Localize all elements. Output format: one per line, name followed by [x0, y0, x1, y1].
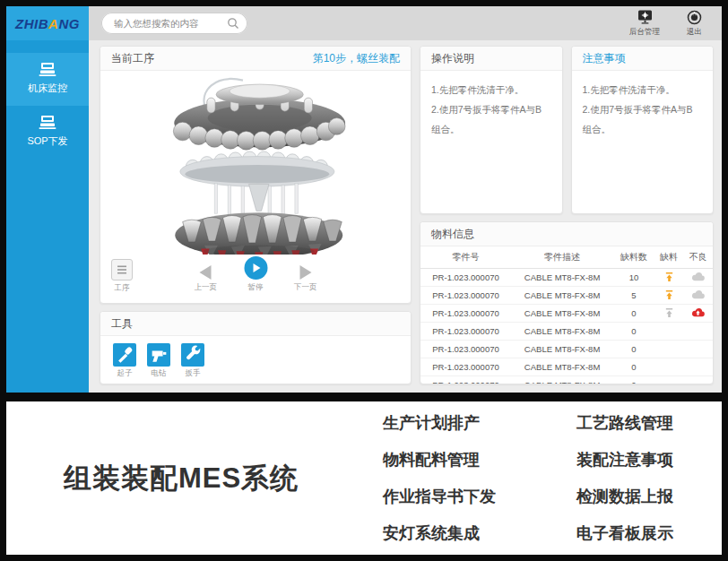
feature-item: 工艺路线管理 [576, 412, 673, 434]
feature-item: 物料配料管理 [383, 449, 496, 470]
table-row[interactable]: PR-1.023.000070 CABLE MT8-FX-8M 10 [420, 269, 713, 287]
process-list-button[interactable]: 工序 [111, 259, 133, 294]
current-process-header: 当前工序 第10步，螺丝装配 [100, 47, 411, 71]
materials-title: 物料信息 [431, 227, 474, 242]
logout-label: 退出 [687, 27, 702, 38]
marketing-section: 组装装配MES系统 生产计划排产 工艺路线管理 物料配料管理 装配注意事项 作业… [6, 401, 722, 555]
next-page-button[interactable]: 下一页 [294, 258, 317, 293]
search-icon[interactable] [227, 17, 239, 30]
prev-icon [200, 265, 212, 280]
defect-upload-icon[interactable] [691, 272, 705, 281]
process-controls: 工序 上一页 暂停 [100, 255, 411, 303]
operation-instructions-title: 操作说明 [431, 51, 474, 66]
col-part-desc: 零件描述 [511, 246, 613, 269]
process-step-link[interactable]: 第10步，螺丝装配 [313, 51, 400, 66]
materials-tbody: PR-1.023.000070 CABLE MT8-FX-8M 10 PR-1.… [420, 269, 713, 385]
materials-header: 物料信息 [420, 222, 713, 246]
sidebar: ZHIBANG 机床监控 SOP下发 [6, 6, 89, 393]
sop-machine-icon [38, 115, 57, 130]
cell-part-no: PR-1.023.000070 [420, 358, 511, 376]
logo-text-2: NG [58, 16, 80, 31]
tool-label: 扳手 [186, 368, 201, 379]
feature-item: 生产计划排产 [383, 412, 496, 434]
sidebar-item-sop-dispatch[interactable]: SOP下发 [6, 106, 89, 159]
next-icon [299, 265, 311, 280]
search-input[interactable] [112, 17, 227, 30]
table-row[interactable]: PR-1.023.000070 CABLE MT8-FX-8M 0 [420, 376, 713, 385]
play-icon [244, 256, 267, 280]
col-shortage: 缺料 [654, 246, 684, 269]
cell-part-no: PR-1.023.000070 [420, 323, 511, 341]
screenshot-frame: ZHIBANG 机床监控 SOP下发 [0, 0, 728, 561]
cell-part-no: PR-1.023.000070 [420, 269, 511, 287]
screwdriver-icon [115, 345, 134, 365]
instruction-line: 2.使用7号扳手将零件A与B组合。 [431, 99, 551, 139]
cell-shortage-count: 0 [613, 376, 654, 385]
list-icon [117, 264, 127, 275]
sidebar-item-machine-monitor[interactable]: 机床监控 [6, 53, 89, 106]
notes-title: 注意事项 [583, 51, 626, 66]
notes-body: 1.先把零件洗清干净。 2.使用7号扳手将零件A与B组合。 [572, 71, 714, 148]
operation-instructions-panel: 操作说明 1.先把零件洗清干净。 2.使用7号扳手将零件A与B组合。 [420, 46, 563, 214]
tools-title: 工具 [111, 316, 133, 332]
app-window: ZHIBANG 机床监控 SOP下发 [6, 6, 722, 393]
table-row[interactable]: PR-1.023.000070 CABLE MT8-FX-8M 0 [420, 358, 713, 376]
note-line: 1.先把零件洗清干净。 [583, 80, 703, 99]
defect-upload-icon[interactable] [691, 307, 705, 317]
drill-icon [149, 345, 169, 365]
tools-panel: 工具 起子 [100, 311, 412, 384]
power-icon [687, 10, 702, 25]
table-row[interactable]: PR-1.023.000070 CABLE MT8-FX-8M 0 [420, 341, 713, 358]
cell-shortage-count: 10 [613, 269, 654, 287]
feature-item: 检测数据上报 [576, 486, 673, 507]
exploded-machine-illustration [109, 74, 402, 255]
notes-panel: 注意事项 1.先把零件洗清干净。 2.使用7号扳手将零件A与B组合。 [571, 46, 715, 214]
shortage-status-icon[interactable] [664, 289, 674, 300]
col-part-no: 零件号 [420, 246, 511, 269]
topbar-actions: 后台管理 退出 [629, 10, 702, 38]
tool-drill[interactable]: 电钻 [147, 343, 170, 379]
table-row[interactable]: PR-1.023.000070 CABLE MT8-FX-8M 5 [420, 287, 713, 305]
tool-label: 电钻 [152, 368, 167, 379]
col-defect: 不良 [683, 246, 713, 269]
operation-instructions-header: 操作说明 [420, 47, 562, 71]
pause-label: 暂停 [248, 282, 264, 293]
brand-logo: ZHIBANG [6, 6, 89, 40]
cell-part-no: PR-1.023.000070 [420, 287, 511, 305]
cell-shortage-count: 0 [613, 323, 654, 341]
materials-panel: 物料信息 零件号 零件描述 缺料数 缺料 不良 [420, 221, 714, 384]
cell-desc: CABLE MT8-FX-8M [511, 376, 613, 385]
table-row[interactable]: PR-1.023.000070 CABLE MT8-FX-8M 0 [420, 323, 713, 341]
tool-screwdriver[interactable]: 起子 [113, 343, 136, 379]
logo-text: ZHIB [15, 16, 48, 31]
current-process-title: 当前工序 [111, 51, 154, 66]
shortage-status-icon[interactable] [664, 272, 674, 282]
admin-monitor-gear-icon [637, 10, 654, 25]
prev-page-button[interactable]: 上一页 [195, 258, 218, 293]
tool-wrench[interactable]: 扳手 [181, 343, 204, 379]
note-line: 2.使用7号扳手将零件A与B组合。 [583, 99, 703, 139]
admin-button[interactable]: 后台管理 [629, 10, 660, 38]
cell-desc: CABLE MT8-FX-8M [511, 358, 613, 376]
feature-item: 作业指导书下发 [383, 486, 496, 507]
logout-button[interactable]: 退出 [687, 10, 702, 38]
cell-part-no: PR-1.023.000070 [420, 376, 511, 385]
topbar: 后台管理 退出 [89, 6, 722, 40]
logo-accent-letter: A [48, 16, 58, 31]
pause-button[interactable]: 暂停 [244, 256, 267, 293]
cell-part-no: PR-1.023.000070 [420, 341, 511, 358]
feature-item: 电子看板展示 [576, 522, 673, 544]
materials-header-row: 零件号 零件描述 缺料数 缺料 不良 [420, 246, 713, 269]
table-row[interactable]: PR-1.023.000070 CABLE MT8-FX-8M 0 [420, 305, 713, 323]
search-box[interactable] [101, 13, 247, 34]
shortage-status-icon[interactable] [664, 307, 674, 318]
cell-desc: CABLE MT8-FX-8M [511, 269, 613, 287]
notes-header: 注意事项 [572, 47, 714, 71]
machine-monitor-icon [38, 62, 57, 77]
cell-part-no: PR-1.023.000070 [420, 305, 511, 323]
operation-instructions-body: 1.先把零件洗清干净。 2.使用7号扳手将零件A与B组合。 [420, 71, 562, 148]
sidebar-item-label: 机床监控 [28, 82, 67, 93]
defect-upload-icon[interactable] [691, 289, 705, 299]
cell-shortage-count: 0 [613, 341, 654, 358]
tool-label: 起子 [117, 368, 133, 379]
